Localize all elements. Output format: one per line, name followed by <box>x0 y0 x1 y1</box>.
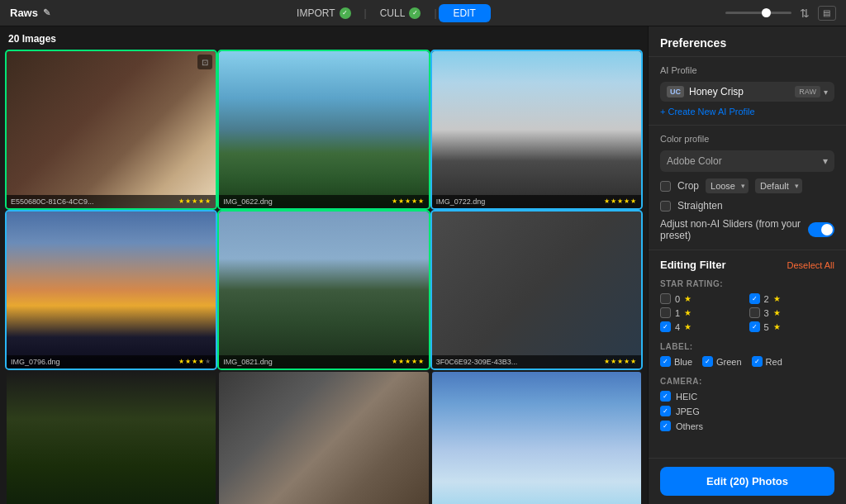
star-5-checkbox[interactable] <box>749 321 760 332</box>
color-profile-value: Adobe Color <box>667 155 722 167</box>
star-rating: ★★★★★ <box>392 197 425 205</box>
default-select[interactable]: Default <box>755 178 802 193</box>
camera-heic-item: HEIC <box>660 391 834 402</box>
filename: E550680C-81C6-4CC9... <box>11 197 94 206</box>
straighten-label: Straighten <box>677 200 723 212</box>
star-item-0: 0 ★ <box>660 293 746 304</box>
star-5-icon: ★ <box>773 322 781 331</box>
adjust-toggle[interactable] <box>808 222 834 237</box>
gallery-item[interactable]: ⊡ E550680C-81C6-4CC9... ★★★★★ <box>7 51 216 208</box>
app-title: Raws ✎ <box>10 7 50 19</box>
camera-row: HEIC JPEG Others <box>660 391 834 431</box>
label-section-label: LABEL: <box>660 342 834 351</box>
edit-photos-button[interactable]: Edit (20) Photos <box>660 467 834 496</box>
adjust-row: Adjust non-AI Sliders (from your preset) <box>660 218 834 241</box>
item-footer: IMG_0722.dng ★★★★★ <box>432 195 641 208</box>
label-row: Blue Green Red <box>660 356 834 367</box>
star-1-checkbox[interactable] <box>660 307 671 318</box>
star-item-2: 2 ★ <box>749 293 835 304</box>
label-red-checkbox[interactable] <box>752 356 763 367</box>
gallery-item[interactable]: IMG_0821.dng ★★★★★ <box>219 212 428 368</box>
item-footer: E550680C-81C6-4CC9... ★★★★★ <box>7 195 216 208</box>
crop-checkbox[interactable] <box>660 181 671 192</box>
raw-badge: RAW <box>795 86 820 97</box>
label-blue-checkbox[interactable] <box>660 356 671 367</box>
straighten-row: Straighten <box>660 200 834 212</box>
ai-profile-label: AI Profile <box>660 65 834 75</box>
star-rating: ★★★★★ <box>392 358 425 365</box>
slider-track <box>725 12 791 14</box>
preferences-title: Preferences <box>649 26 846 57</box>
image-count: 20 Images <box>7 33 641 45</box>
star-4-checkbox[interactable] <box>660 321 671 332</box>
uc-badge: UC <box>667 86 684 97</box>
nav-divider1: | <box>363 7 368 19</box>
sort-icon[interactable]: ⇅ <box>800 7 810 20</box>
camera-jpeg-checkbox[interactable] <box>660 406 671 416</box>
main-content: 20 Images ⊡ E550680C-81C6-4CC9... ★★★★★ … <box>0 26 846 504</box>
star-1-icon: ★ <box>684 308 692 317</box>
color-profile-row[interactable]: Adobe Color ▾ <box>660 150 834 172</box>
delete-icon[interactable]: ⊡ <box>197 55 212 69</box>
ai-profile-name: Honey Crisp <box>689 86 744 97</box>
crop-loose-select[interactable]: Loose <box>706 178 749 193</box>
star-0-icon: ★ <box>684 294 692 303</box>
label-green-checkbox[interactable] <box>702 356 713 367</box>
cull-button[interactable]: CULL ✓ <box>368 4 433 22</box>
camera-section-label: CAMERA: <box>660 377 834 386</box>
pref-bottom: Edit (20) Photos <box>649 458 846 504</box>
item-footer: IMG_0821.dng ★★★★★ <box>219 355 428 368</box>
gallery-item[interactable] <box>432 372 641 504</box>
star-rating: ★★★★★ <box>604 358 637 365</box>
edit-button[interactable]: EDIT <box>439 4 491 22</box>
star-item-5: 5 ★ <box>749 321 835 332</box>
color-profile-label: Color profile <box>660 134 834 144</box>
editing-filter-header: Editing Filter Deselect All <box>649 250 846 276</box>
create-ai-link[interactable]: + Create New AI Profile <box>660 107 834 116</box>
camera-heic-checkbox[interactable] <box>660 391 671 402</box>
topbar-right: ⇅ ▤ <box>725 6 836 21</box>
gallery-item[interactable]: 3F0C6E92-309E-43B3... ★★★★★ <box>432 212 641 368</box>
star-rating: ★★★★★ <box>178 197 212 205</box>
label-green-text: Green <box>716 357 742 367</box>
panel-toggle[interactable]: ▤ <box>818 6 836 21</box>
star-item-3: 3 ★ <box>749 307 835 318</box>
ai-profile-section: AI Profile UC Honey Crisp RAW ▾ + Create… <box>649 57 846 126</box>
gallery-item[interactable] <box>219 372 428 504</box>
camera-filter: CAMERA: HEIC JPEG Others <box>649 373 846 438</box>
gallery-item[interactable] <box>7 372 216 504</box>
import-button[interactable]: IMPORT ✓ <box>285 4 362 22</box>
title-text: Raws <box>10 7 38 19</box>
star-rating-filter: STAR RATING: 0 ★ 2 ★ 1 ★ <box>649 276 846 339</box>
gallery-item[interactable]: IMG_0796.dng ★★★★★ <box>7 212 216 368</box>
gallery-item[interactable]: IMG_0722.dng ★★★★★ <box>432 51 641 208</box>
gallery-item[interactable]: IMG_0622.dng ★★★★★ <box>219 51 428 208</box>
color-profile-section: Color profile Adobe Color ▾ Crop Loose D… <box>649 126 846 250</box>
filename: IMG_0622.dng <box>223 197 273 206</box>
ai-profile-row: UC Honey Crisp RAW ▾ <box>660 82 834 102</box>
filename: IMG_0796.dng <box>11 358 60 366</box>
star-1-value: 1 <box>675 308 680 318</box>
crop-row: Crop Loose Default <box>660 178 834 193</box>
camera-others-label: Others <box>676 421 703 431</box>
title-edit-icon[interactable]: ✎ <box>43 7 50 18</box>
camera-others-checkbox[interactable] <box>660 421 671 431</box>
loose-select[interactable]: Loose <box>706 178 749 193</box>
camera-heic-label: HEIC <box>676 392 697 402</box>
filename: IMG_0722.dng <box>436 197 486 206</box>
star-2-checkbox[interactable] <box>749 293 760 304</box>
ai-profile-right[interactable]: RAW ▾ <box>795 86 828 97</box>
crop-default-select[interactable]: Default <box>755 178 802 193</box>
editing-filter-title: Editing Filter <box>660 259 725 271</box>
star-0-checkbox[interactable] <box>660 293 671 304</box>
cull-check-icon: ✓ <box>409 7 421 19</box>
star-5-value: 5 <box>764 322 769 332</box>
straighten-checkbox[interactable] <box>660 201 671 212</box>
slider-thumb <box>762 8 771 17</box>
star-3-checkbox[interactable] <box>749 307 760 318</box>
zoom-slider[interactable] <box>725 12 791 14</box>
ai-profile-left: UC Honey Crisp <box>667 86 744 97</box>
label-red-item: Red <box>752 356 782 367</box>
deselect-all-button[interactable]: Deselect All <box>787 260 834 270</box>
chevron-down-icon: ▾ <box>823 155 828 167</box>
